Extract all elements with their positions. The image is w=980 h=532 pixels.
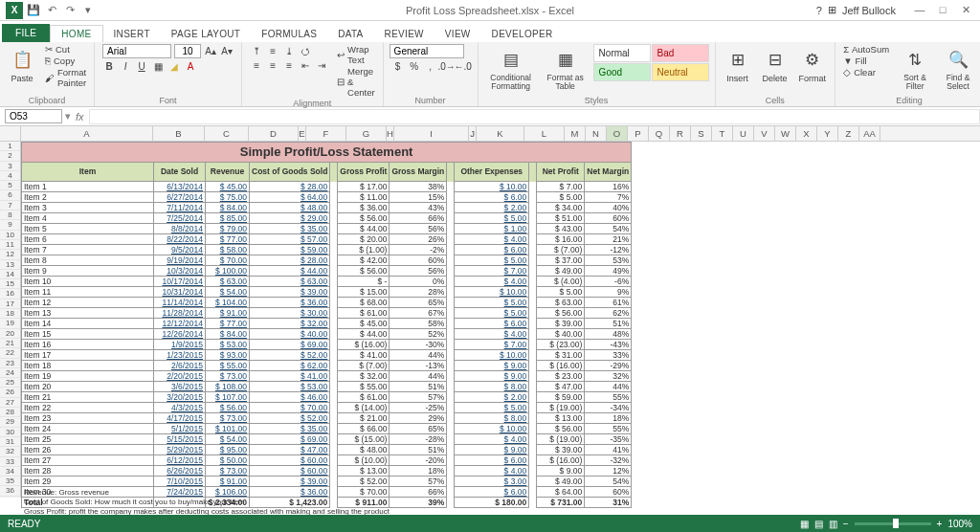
- row-header[interactable]: 36: [0, 486, 21, 496]
- help-icon[interactable]: ?: [816, 5, 822, 16]
- align-middle-icon[interactable]: ≡: [266, 44, 279, 57]
- row-header[interactable]: 35: [0, 477, 21, 486]
- row-header[interactable]: 16: [0, 289, 21, 299]
- tab-page-layout[interactable]: PAGE LAYOUT: [161, 26, 251, 42]
- col-header-K[interactable]: K: [477, 126, 524, 141]
- table-row[interactable]: Item 265/29/2015$ 95.00$ 47.00$ 48.0051%…: [22, 445, 632, 455]
- merge-center-button[interactable]: ⊟Merge & Center: [335, 66, 377, 98]
- row-header[interactable]: 34: [0, 467, 21, 477]
- row-header[interactable]: 29: [0, 417, 21, 427]
- row-header[interactable]: 9: [0, 220, 21, 230]
- row-header[interactable]: 24: [0, 368, 21, 378]
- name-box[interactable]: [5, 109, 62, 123]
- table-row[interactable]: Item 171/23/2015$ 93.00$ 52.00$ 41.0044%…: [22, 350, 632, 361]
- row-header[interactable]: 33: [0, 457, 21, 467]
- tab-insert[interactable]: INSERT: [103, 26, 161, 42]
- style-neutral[interactable]: Neutral: [652, 63, 709, 81]
- table-row[interactable]: Item 1010/17/2014$ 63.00$ 63.00$ -0%$ 4.…: [22, 277, 632, 287]
- style-normal[interactable]: Normal: [593, 44, 651, 62]
- tab-review[interactable]: REVIEW: [374, 26, 434, 42]
- col-header-E[interactable]: E: [299, 126, 306, 141]
- user-name[interactable]: Jeff Bullock: [842, 5, 896, 16]
- font-size-input[interactable]: [174, 44, 201, 58]
- increase-decimal-icon[interactable]: .0→: [440, 59, 454, 73]
- decrease-decimal-icon[interactable]: ←.0: [457, 59, 470, 73]
- font-color-button[interactable]: A: [184, 59, 197, 73]
- row-header[interactable]: 32: [0, 447, 21, 456]
- table-row[interactable]: Item 297/10/2015$ 91.00$ 39.00$ 52.0057%…: [22, 477, 632, 487]
- align-center-icon[interactable]: ≡: [266, 58, 279, 72]
- formula-input[interactable]: [89, 109, 980, 124]
- format-button[interactable]: ⚙Format: [796, 44, 830, 85]
- row-header[interactable]: 3: [0, 162, 21, 171]
- style-good[interactable]: Good: [593, 63, 651, 81]
- table-row[interactable]: Item 234/17/2015$ 73.00$ 52.00$ 21.0029%…: [22, 413, 632, 424]
- table-row[interactable]: Item 213/20/2015$ 107.00$ 46.00$ 61.0057…: [22, 392, 632, 403]
- row-header[interactable]: 12: [0, 250, 21, 259]
- percent-icon[interactable]: %: [408, 59, 421, 73]
- table-row[interactable]: Item 1110/31/2014$ 54.00$ 39.00$ 15.0028…: [22, 287, 632, 298]
- row-header[interactable]: 20: [0, 329, 21, 339]
- row-header[interactable]: 6: [0, 190, 21, 200]
- row-header[interactable]: 31: [0, 437, 21, 447]
- find-select-button[interactable]: 🔍Find & Select: [939, 44, 977, 93]
- close-icon[interactable]: ✕: [955, 4, 976, 16]
- col-header-D[interactable]: D: [249, 126, 299, 141]
- view-page-icon[interactable]: ▤: [814, 519, 823, 529]
- row-header[interactable]: 2: [0, 151, 21, 161]
- table-row[interactable]: Item 26/27/2014$ 75.00$ 64.00$ 11.0015%$…: [22, 192, 632, 203]
- row-header[interactable]: 8: [0, 211, 21, 220]
- row-header[interactable]: 4: [0, 171, 21, 181]
- table-row[interactable]: Item 910/3/2014$ 100.00$ 44.00$ 56.0056%…: [22, 266, 632, 277]
- table-row[interactable]: Item 276/12/2015$ 50.00$ 60.00$ (10.00)-…: [22, 455, 632, 466]
- align-top-icon[interactable]: ⤒: [250, 44, 263, 57]
- col-header-Y[interactable]: Y: [817, 126, 838, 141]
- row-header[interactable]: 15: [0, 279, 21, 289]
- table-row[interactable]: Item 89/19/2014$ 70.00$ 28.00$ 42.0060%$…: [22, 255, 632, 266]
- paste-button[interactable]: 📋Paste: [6, 44, 38, 85]
- undo-icon[interactable]: ↶: [44, 3, 59, 18]
- number-format-input[interactable]: [390, 44, 464, 58]
- row-header[interactable]: 27: [0, 398, 21, 408]
- autosum-button[interactable]: ΣAutoSum: [841, 44, 891, 55]
- table-row[interactable]: Item 286/26/2015$ 73.00$ 60.00$ 13.0018%…: [22, 466, 632, 477]
- row-header[interactable]: 19: [0, 319, 21, 328]
- row-header[interactable]: 21: [0, 339, 21, 348]
- format-painter-button[interactable]: 🖌Format Painter: [43, 67, 88, 88]
- row-header[interactable]: 14: [0, 270, 21, 279]
- col-header-Q[interactable]: Q: [649, 126, 670, 141]
- row-header[interactable]: 10: [0, 231, 21, 240]
- col-header-I[interactable]: I: [394, 126, 469, 141]
- table-row[interactable]: Item 224/3/2015$ 56.00$ 70.00$ (14.00)-2…: [22, 403, 632, 413]
- table-row[interactable]: Item 255/15/2015$ 54.00$ 69.00$ (15.00)-…: [22, 434, 632, 445]
- italic-button[interactable]: I: [119, 59, 132, 73]
- col-header-M[interactable]: M: [565, 126, 586, 141]
- col-header-U[interactable]: U: [733, 126, 754, 141]
- row-header[interactable]: 28: [0, 408, 21, 417]
- font-name-input[interactable]: [102, 44, 171, 58]
- zoom-level[interactable]: 100%: [947, 519, 972, 529]
- table-row[interactable]: Item 1412/12/2014$ 77.00$ 32.00$ 45.0058…: [22, 319, 632, 329]
- indent-decrease-icon[interactable]: ⇤: [299, 58, 312, 72]
- underline-button[interactable]: U: [135, 59, 148, 73]
- decrease-font-icon[interactable]: A▾: [220, 45, 234, 58]
- minimize-icon[interactable]: —: [909, 4, 930, 16]
- fx-icon[interactable]: fx: [76, 111, 84, 122]
- table-row[interactable]: Item 79/5/2014$ 58.00$ 59.00$ (1.00)-2%$…: [22, 245, 632, 255]
- col-header-V[interactable]: V: [754, 126, 775, 141]
- row-header[interactable]: 22: [0, 348, 21, 358]
- tab-file[interactable]: FILE: [2, 24, 50, 42]
- row-header[interactable]: 17: [0, 299, 21, 309]
- view-normal-icon[interactable]: ▦: [800, 519, 809, 529]
- row-header[interactable]: 7: [0, 201, 21, 211]
- row-header[interactable]: 1: [0, 142, 21, 151]
- table-row[interactable]: Item 245/1/2015$ 101.00$ 35.00$ 66.0065%…: [22, 424, 632, 434]
- col-header-AA[interactable]: AA: [859, 126, 880, 141]
- delete-button[interactable]: ⊟Delete: [759, 44, 791, 85]
- insert-button[interactable]: ⊞Insert: [722, 44, 754, 85]
- col-header-A[interactable]: A: [21, 126, 153, 141]
- table-row[interactable]: Item 37/11/2014$ 84.00$ 48.00$ 36.0043%$…: [22, 203, 632, 213]
- col-header-T[interactable]: T: [712, 126, 733, 141]
- table-row[interactable]: Item 1512/26/2014$ 84.00$ 40.00$ 44.0052…: [22, 329, 632, 340]
- row-header[interactable]: 26: [0, 388, 21, 397]
